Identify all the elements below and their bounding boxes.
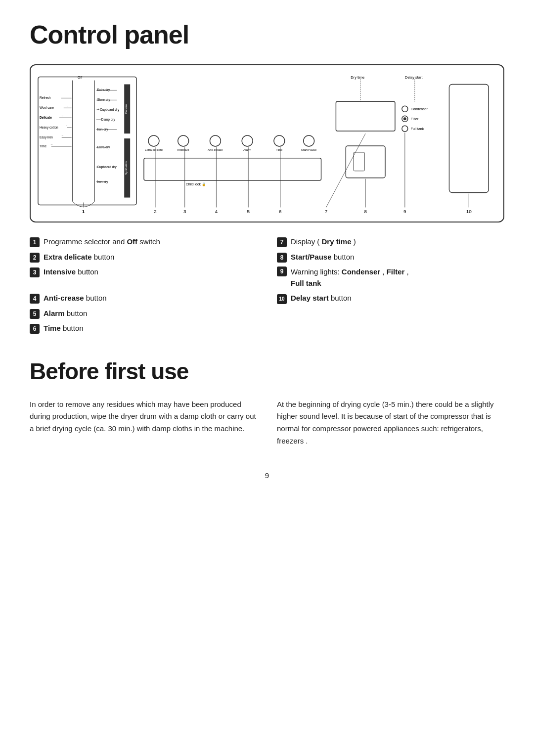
- item-text-2: Extra delicate button: [44, 252, 114, 263]
- svg-point-41: [148, 135, 159, 146]
- item-num-9: 9: [277, 267, 287, 276]
- svg-text:3: 3: [183, 209, 186, 214]
- item-text-7: Display ( Dry time ): [291, 236, 356, 248]
- item-3: 3 Intensive button: [30, 267, 257, 289]
- svg-text:Iron dry: Iron dry: [97, 128, 108, 132]
- svg-text:5: 5: [247, 209, 250, 214]
- item-text-8: Start/Pause button: [291, 252, 354, 263]
- svg-text:7: 7: [325, 209, 328, 214]
- svg-rect-67: [346, 146, 385, 178]
- svg-text:Synthetics: Synthetics: [125, 161, 128, 175]
- svg-point-60: [402, 106, 408, 112]
- svg-text:Condenser: Condenser: [411, 107, 428, 111]
- svg-rect-53: [144, 158, 321, 180]
- svg-text:Wool care: Wool care: [40, 106, 54, 109]
- item-6: 6 Time button: [30, 323, 257, 334]
- svg-rect-39: [124, 138, 130, 197]
- svg-text:9: 9: [403, 209, 406, 214]
- svg-text:8: 8: [364, 209, 367, 214]
- svg-text:Alarm: Alarm: [243, 148, 251, 151]
- item-10: 10 Delay start button: [277, 293, 504, 304]
- svg-line-86: [326, 133, 366, 207]
- items-section: 1 Programme selector and Off switch 7 Di…: [30, 236, 504, 334]
- item-8: 8 Start/Pause button: [277, 252, 504, 263]
- svg-rect-69: [449, 85, 489, 193]
- svg-text:Store dry: Store dry: [97, 98, 110, 102]
- svg-text:Anti-crease: Anti-crease: [208, 148, 223, 151]
- svg-text:2: 2: [154, 209, 157, 214]
- svg-text:Delay start: Delay start: [405, 75, 423, 80]
- svg-text:— Damp dry: — Damp dry: [97, 118, 115, 122]
- svg-text:Time: Time: [40, 144, 47, 148]
- control-panel-diagram: Off Refresh Wool care → Delicate → Heavy…: [30, 64, 504, 222]
- svg-text:Cottons: Cottons: [125, 104, 128, 114]
- svg-text:Start/Pause: Start/Pause: [301, 148, 317, 151]
- item-text-1: Programme selector and Off switch: [44, 236, 160, 248]
- text-columns: In order to remove any residues which ma…: [30, 399, 504, 447]
- item-num-1: 1: [30, 237, 40, 247]
- svg-text:Easy iron: Easy iron: [40, 135, 53, 139]
- item-text-4: Anti-crease button: [44, 293, 107, 304]
- item-num-10: 10: [277, 294, 287, 304]
- item-5: 5 Alarm button: [30, 308, 257, 319]
- text-right: At the beginning of drying cycle (3-5 mi…: [277, 399, 504, 447]
- item-text-3: Intensive button: [44, 267, 98, 278]
- svg-point-62: [402, 116, 408, 122]
- item-text-10: Delay start button: [291, 293, 352, 304]
- item-num-7: 7: [277, 237, 287, 247]
- svg-text:Heavy cotton: Heavy cotton: [40, 126, 58, 130]
- item-num-6: 6: [30, 324, 40, 334]
- item-text-5: Alarm button: [44, 308, 87, 319]
- text-left: In order to remove any residues which ma…: [30, 399, 257, 447]
- item-num-8: 8: [277, 253, 287, 263]
- svg-rect-68: [354, 152, 364, 171]
- svg-text:Iron dry: Iron dry: [97, 180, 108, 184]
- svg-point-47: [242, 135, 253, 146]
- svg-text:Delicate: Delicate: [40, 116, 52, 119]
- svg-text:Refresh: Refresh: [40, 96, 51, 99]
- svg-point-43: [178, 135, 189, 146]
- svg-rect-55: [336, 101, 395, 131]
- svg-text:Filter: Filter: [411, 117, 419, 121]
- svg-point-63: [403, 117, 406, 120]
- item-num-3: 3: [30, 267, 40, 277]
- section2-title: Before first use: [30, 358, 504, 385]
- svg-text:→: →: [61, 115, 64, 117]
- svg-rect-37: [124, 85, 130, 134]
- svg-point-45: [210, 135, 221, 146]
- item-7: 7 Display ( Dry time ): [277, 236, 504, 248]
- svg-text:Dry time: Dry time: [351, 75, 364, 80]
- svg-point-51: [304, 135, 314, 146]
- svg-text:Extra delicate: Extra delicate: [145, 148, 163, 151]
- svg-text:+ Cupboard dry: + Cupboard dry: [97, 108, 120, 112]
- svg-text:Extra dry: Extra dry: [97, 88, 110, 92]
- svg-text:→: →: [50, 143, 53, 146]
- svg-text:4: 4: [215, 209, 218, 214]
- svg-text:10: 10: [466, 209, 472, 214]
- item-text-6: Time button: [44, 323, 84, 334]
- svg-text:Full tank: Full tank: [411, 127, 424, 131]
- svg-text:Extra dry: Extra dry: [97, 145, 110, 149]
- svg-text:Child lock 🔒: Child lock 🔒: [186, 182, 206, 186]
- svg-text:1: 1: [82, 209, 85, 214]
- item-1: 1 Programme selector and Off switch: [30, 236, 257, 248]
- svg-text:Time: Time: [276, 148, 283, 151]
- svg-point-49: [274, 135, 285, 146]
- item-2: 2 Extra delicate button: [30, 252, 257, 263]
- item-4: 4 Anti-crease button: [30, 293, 257, 304]
- svg-text:Cupboard dry: Cupboard dry: [97, 165, 117, 169]
- item-text-9: Warning lights: Condenser , Filter ,Full…: [291, 267, 409, 289]
- svg-text:·: ·: [66, 125, 67, 127]
- page-title: Control panel: [30, 20, 504, 49]
- svg-text:Intensive: Intensive: [178, 148, 190, 151]
- item-num-2: 2: [30, 253, 40, 263]
- svg-rect-0: [38, 77, 136, 205]
- svg-text:→: →: [66, 105, 69, 107]
- item-num-4: 4: [30, 294, 40, 304]
- svg-point-65: [402, 126, 408, 132]
- svg-text:6: 6: [279, 209, 282, 214]
- svg-text:Off: Off: [78, 76, 82, 79]
- item-9: 9 Warning lights: Condenser , Filter ,Fu…: [277, 267, 504, 289]
- page-number: 9: [30, 471, 504, 480]
- item-num-5: 5: [30, 309, 40, 319]
